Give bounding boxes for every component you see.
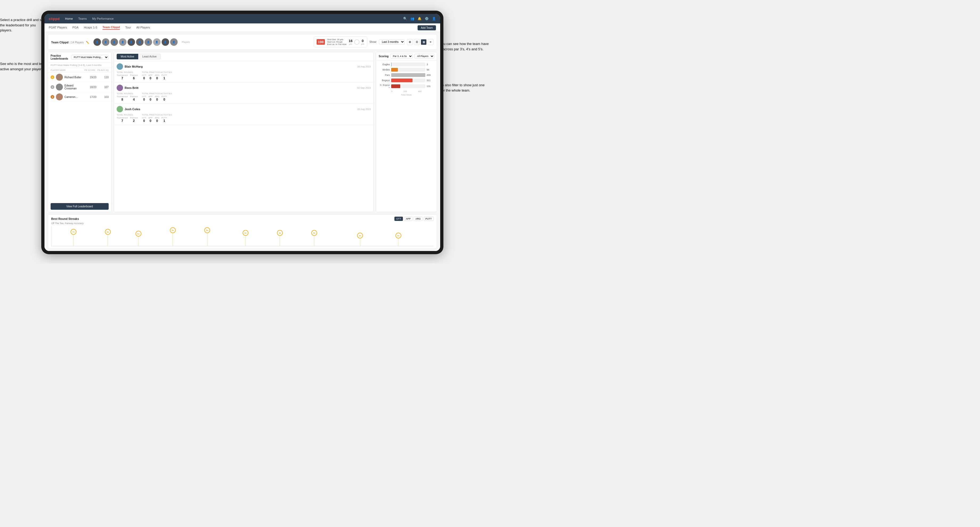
streak-tab-ott[interactable]: OTT: [395, 217, 403, 221]
streaks-title: Best Round Streaks: [51, 217, 79, 221]
avatar-4[interactable]: 👤: [119, 38, 126, 46]
josh-rounds-group: Total Rounds Tournament 7 Practice 2: [117, 114, 138, 123]
blair-tournament: Tournament 7: [117, 74, 128, 80]
view-card-btn[interactable]: ▦: [421, 39, 426, 45]
rees-putt: PUTT 0: [162, 95, 167, 102]
lb-score-1: 19/20: [86, 76, 96, 79]
nav-my-performance[interactable]: My Performance: [92, 17, 114, 20]
streaks-panel: Best Round Streaks OTT APP ARG PUTT Off …: [48, 214, 437, 249]
add-team-button[interactable]: Add Team: [418, 25, 436, 30]
settings-icon-btn[interactable]: ⚙️: [425, 17, 429, 21]
view-grid-btn[interactable]: ⊞: [407, 39, 413, 45]
avatar-8[interactable]: 👤: [153, 38, 161, 46]
bar-dbogeys-fill: [391, 84, 400, 88]
active-panel: Most Active Least Active Blair McHarg 26…: [114, 52, 374, 212]
nav-teams[interactable]: Teams: [78, 17, 87, 20]
blair-rounds-row: Tournament 7 Practice 6: [117, 74, 138, 80]
blair-stats: Total Rounds Tournament 7 Practice 6: [117, 71, 371, 80]
active-panel-header: Most Active Least Active: [114, 52, 373, 61]
players-label: Players: [182, 41, 190, 43]
bar-dbogeys-label: D. Bogeys +: [379, 84, 390, 89]
blair-ott: OTT 0: [142, 74, 146, 80]
leaderboard-panel-header: Practice Leaderboards PUTT Must Make Put…: [48, 52, 111, 62]
bar-dbogeys-value: 131: [426, 85, 434, 87]
scoring-par-filter[interactable]: Par 3, 4 & 5s Par 3s Par 4s Par 5s: [390, 54, 413, 59]
subnav-pgat[interactable]: PGAT Players: [49, 26, 67, 30]
subnav-team-clippd[interactable]: Team Clippd: [103, 25, 120, 30]
bar-bogeys-fill: [391, 78, 412, 82]
view-list-btn[interactable]: ☰: [414, 39, 420, 45]
streak-marker-9: 3x: [357, 233, 363, 246]
josh-ott: OTT 0: [142, 117, 146, 123]
rees-practice: Practice 4: [130, 95, 138, 102]
view-full-leaderboard-button[interactable]: View Full Leaderboard: [51, 203, 109, 210]
streak-tab-arg[interactable]: ARG: [414, 217, 423, 221]
blair-name: Blair McHarg: [125, 65, 355, 68]
bar-birdies-fill: [391, 68, 398, 71]
scoring-player-filter[interactable]: All Players: [414, 54, 434, 59]
bar-pars-value: 499: [426, 74, 434, 76]
streak-tab-putt[interactable]: PUTT: [424, 217, 434, 221]
rees-ott: OTT 0: [142, 95, 146, 102]
leaderboard-panel: Practice Leaderboards PUTT Must Make Put…: [48, 52, 111, 212]
avatar-6[interactable]: 👤: [136, 38, 143, 46]
player-card-josh: Josh Coles 26 Aug 2023 Total Rounds Tour…: [114, 104, 373, 125]
shot-details: Shot Dist: 16 yds Start Lie: Rough End L…: [327, 38, 347, 46]
bar-bogeys-label: Bogeys: [379, 79, 390, 82]
blair-avatar: [117, 63, 123, 70]
leaderboard-drill-dropdown[interactable]: PUTT Must Make Putting...: [71, 55, 109, 60]
least-active-tab[interactable]: Least Active: [138, 54, 161, 59]
avatar-7[interactable]: 👤: [145, 38, 152, 46]
bell-icon-btn[interactable]: 🔔: [418, 17, 422, 21]
josh-name: Josh Coles: [125, 108, 355, 111]
rank-2-badge: 2: [51, 85, 54, 89]
bar-eagles-label: Eagles: [379, 63, 390, 66]
lb-avg-3: 103: [98, 95, 109, 98]
streak-marker-4: 5x: [170, 227, 176, 246]
rees-app: APP 0: [148, 95, 153, 102]
show-dropdown[interactable]: Last 3 months Last 6 months Last year: [379, 40, 405, 44]
scoring-panel: Scoring Par 3, 4 & 5s Par 3s Par 4s Par …: [376, 52, 437, 212]
streak-tab-app[interactable]: APP: [404, 217, 412, 221]
chart-x-labels: 0 200 400: [379, 90, 434, 93]
blair-app: APP 0: [148, 74, 153, 80]
player-card-rees-header: Rees Britt 02 Sep 2023: [117, 85, 371, 91]
nav-logo: clippd: [49, 17, 60, 21]
sub-nav: PGAT Players PGA Hcaps 1-5 Team Clippd T…: [45, 24, 440, 32]
lb-name-1: Richard Butler: [64, 76, 84, 79]
team-title: Team Clippd: [51, 41, 68, 44]
streak-marker-5: 5x: [204, 227, 210, 246]
avatar-3[interactable]: 👤: [110, 38, 118, 46]
view-detail-btn[interactable]: ≡: [428, 39, 434, 45]
subnav-pga[interactable]: PGA: [72, 26, 78, 30]
bar-eagles-fill: [391, 62, 391, 66]
subnav-all-players[interactable]: All Players: [136, 26, 150, 30]
subnav-tour[interactable]: Tour: [125, 26, 131, 30]
scoring-header: Scoring Par 3, 4 & 5s Par 3s Par 4s Par …: [376, 52, 437, 60]
subnav-hcaps[interactable]: Hcaps 1-5: [84, 26, 97, 30]
blair-practice: Practice 6: [130, 74, 138, 80]
edit-team-icon[interactable]: ✏️: [86, 41, 89, 44]
avatar-5[interactable]: 👤: [127, 38, 135, 46]
rank-1-badge: 1: [51, 75, 54, 79]
main-row: Practice Leaderboards PUTT Must Make Put…: [48, 52, 437, 212]
nav-home[interactable]: Home: [65, 17, 73, 20]
bar-pars-track: [391, 73, 425, 77]
avatar-10[interactable]: 👤: [170, 38, 178, 46]
avatar-1[interactable]: 👤: [94, 38, 101, 46]
people-icon-btn[interactable]: 👥: [410, 17, 414, 21]
lb-name-3: Cameron...: [64, 95, 84, 98]
josh-date: 26 Aug 2023: [357, 108, 371, 110]
bar-bogeys-track: [391, 78, 425, 82]
avatar-2[interactable]: 👤: [102, 38, 110, 46]
josh-stats: Total Rounds Tournament 7 Practice 2: [117, 114, 371, 123]
scoring-body: Eagles 3 Birdies 96: [376, 60, 437, 212]
search-icon-btn[interactable]: 🔍: [403, 17, 407, 21]
blair-arg: ARG 0: [155, 74, 159, 80]
total-activities-label: Total Practice Activities: [142, 71, 172, 73]
user-avatar-btn[interactable]: 👤: [432, 17, 436, 21]
most-active-tab[interactable]: Most Active: [117, 54, 138, 59]
col-score: PB SCORE: [82, 69, 95, 71]
josh-practice: Practice 2: [130, 117, 138, 123]
avatar-9[interactable]: 👤: [162, 38, 169, 46]
